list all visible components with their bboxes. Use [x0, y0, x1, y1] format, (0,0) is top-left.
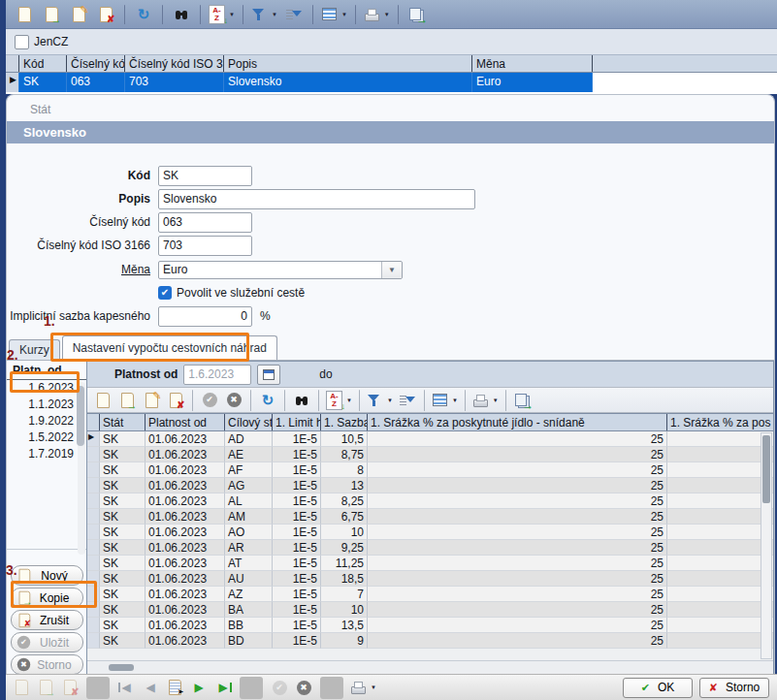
next-record-button[interactable]	[187, 677, 210, 699]
validity-list-header[interactable]: Platn. od	[7, 361, 86, 380]
validity-date-item[interactable]: 1.9.2022	[7, 413, 86, 430]
horizontal-scrollbar[interactable]	[87, 660, 773, 674]
jencz-checkbox[interactable]	[15, 35, 29, 49]
edit-record-button[interactable]	[66, 3, 91, 26]
scrollbar-thumb[interactable]	[109, 664, 134, 671]
scrollbar-thumb[interactable]	[762, 435, 770, 503]
storno-button[interactable]: ✘ Storno	[699, 678, 769, 698]
rates-row[interactable]: SK 01.06.2023 AL 1E-5 8,25 25	[87, 493, 773, 509]
columns-button[interactable]	[319, 3, 349, 26]
sort-az-button[interactable]	[207, 3, 237, 26]
povolit-label: Povolit ve služební cestě	[177, 286, 305, 300]
povolit-checkbox[interactable]	[158, 286, 172, 300]
kod-field[interactable]: SK	[158, 166, 252, 186]
confirm-button[interactable]	[198, 390, 221, 411]
new-record-button[interactable]	[12, 3, 37, 26]
print-button[interactable]	[348, 677, 378, 699]
sort-az-button[interactable]	[324, 390, 354, 411]
col-mena[interactable]: Měna	[472, 55, 593, 72]
chevron-down-icon[interactable]: ▼	[381, 262, 402, 278]
edit-row-button[interactable]	[140, 390, 163, 411]
validity-scrollbar[interactable]	[78, 382, 85, 555]
validity-date-item[interactable]: 1.7.2019	[7, 446, 86, 462]
print-button[interactable]	[470, 390, 501, 411]
copy-button[interactable]: Kopie	[11, 588, 83, 608]
rates-row[interactable]: SK 01.06.2023 AR 1E-5 9,25 25	[87, 540, 773, 556]
export-button[interactable]	[405, 3, 430, 26]
mena-label-link[interactable]: Měna	[7, 263, 150, 276]
save-button[interactable]: Uložit	[11, 632, 83, 652]
delete-record-button[interactable]	[58, 677, 81, 699]
validity-date-item[interactable]: 1.1.2023	[7, 397, 86, 413]
rates-row[interactable]: SK 01.06.2023 AU 1E-5 18,5 25	[87, 571, 773, 587]
cancel-button[interactable]	[222, 390, 245, 411]
record-list-button[interactable]	[163, 677, 186, 699]
refresh-button[interactable]	[256, 390, 279, 411]
filter-settings-button[interactable]	[281, 3, 307, 26]
rates-row[interactable]: SK 01.06.2023 AG 1E-5 13 25	[87, 478, 773, 493]
export-button[interactable]	[511, 390, 534, 411]
filter-button[interactable]	[249, 3, 279, 26]
copy-record-button[interactable]	[34, 677, 57, 699]
last-record-icon	[215, 680, 232, 695]
filter-button[interactable]	[365, 390, 395, 411]
rates-row[interactable]: SK 01.06.2023 AT 1E-5 11,25 25	[87, 556, 773, 571]
rates-row[interactable]: SK 01.06.2023 AO 1E-5 10 25	[87, 525, 773, 540]
rates-row[interactable]: SK 01.06.2023 BA 1E-5 10 25	[87, 602, 773, 618]
platnost-od-field[interactable]: 1.6.2023	[183, 365, 251, 385]
refresh-button[interactable]	[131, 3, 156, 26]
new-record-button[interactable]	[10, 677, 33, 699]
rates-row[interactable]: SK 01.06.2023 AF 1E-5 8 25	[87, 462, 773, 478]
confirm-button[interactable]	[268, 677, 291, 699]
toolbar-separator	[86, 677, 110, 699]
find-button[interactable]	[169, 3, 194, 26]
new-button[interactable]: Nový	[11, 565, 83, 586]
col-kod[interactable]: Kód	[19, 55, 67, 72]
col-sazba[interactable]: 1. Sazba	[321, 414, 368, 430]
iso-3166-field[interactable]: 703	[158, 236, 252, 256]
col-popis[interactable]: Popis	[224, 55, 472, 72]
print-button[interactable]	[362, 3, 392, 26]
rates-row[interactable]: SK 01.06.2023 AZ 1E-5 7 25	[87, 587, 773, 602]
scrollbar-thumb[interactable]	[77, 386, 84, 446]
tab-nahrady[interactable]: Nastavení vypočtu cestovních náhrad	[62, 335, 277, 360]
delete-record-button[interactable]	[93, 3, 118, 26]
col-iso-3166[interactable]: Číselný kód ISO 3166	[125, 55, 224, 72]
find-button[interactable]	[290, 390, 313, 411]
filter-settings-button[interactable]	[396, 390, 419, 411]
storno-record-button[interactable]: Storno	[11, 654, 83, 674]
copy-row-button[interactable]	[115, 390, 139, 411]
popis-field[interactable]: Slovensko	[158, 189, 475, 209]
validity-date-item[interactable]: 1.6.2023	[7, 380, 86, 397]
kapesne-field[interactable]: 0	[158, 306, 252, 327]
delete-button[interactable]: Zrušit	[11, 610, 83, 630]
mena-select[interactable]: Euro ▼	[158, 261, 403, 279]
filter-icon	[367, 393, 383, 408]
rates-row[interactable]: SK 01.06.2023 BB 1E-5 13,5 25	[87, 618, 773, 633]
rates-row[interactable]: SK 01.06.2023 AE 1E-5 8,75 25	[87, 447, 773, 462]
col-platnost-od[interactable]: Platnost od	[146, 414, 225, 430]
copy-record-button[interactable]	[39, 3, 64, 26]
ok-button[interactable]: ✔ OK	[623, 678, 693, 698]
columns-button[interactable]	[430, 390, 460, 411]
last-record-button[interactable]	[211, 677, 235, 699]
ciselny-kod-field[interactable]: 063	[158, 212, 252, 233]
first-record-button[interactable]	[114, 677, 138, 699]
col-ciselny-kod[interactable]: Číselný kód	[67, 55, 125, 72]
rates-row[interactable]: SK 01.06.2023 BD 1E-5 9 25	[87, 633, 773, 649]
rates-row[interactable]: ▶ SK 01.06.2023 AD 1E-5 10,5 25	[87, 431, 773, 447]
popis-label: Popis	[7, 192, 150, 206]
new-row-button[interactable]	[91, 390, 114, 411]
delete-row-button[interactable]	[164, 390, 187, 411]
col-srazka-snidane[interactable]: 1. Srážka % za poskytnuté jídlo - snídan…	[368, 414, 667, 430]
col-stat[interactable]: Stát	[100, 414, 146, 430]
previous-record-button[interactable]	[139, 677, 162, 699]
col-limit-hodin[interactable]: 1. Limit hodin	[273, 414, 321, 430]
rates-row[interactable]: SK 01.06.2023 AM 1E-5 6,75 25	[87, 509, 773, 525]
country-row-selected[interactable]: ▶ SK 063 703 Slovensko Euro	[6, 73, 777, 92]
col-cilovy-stat[interactable]: Cílový stat	[225, 414, 273, 430]
validity-date-item[interactable]: 1.5.2022	[7, 430, 86, 446]
cancel-button[interactable]	[292, 677, 315, 699]
calendar-icon[interactable]	[257, 365, 280, 385]
col-srazka-next[interactable]: 1. Srážka % za pos	[667, 414, 773, 430]
